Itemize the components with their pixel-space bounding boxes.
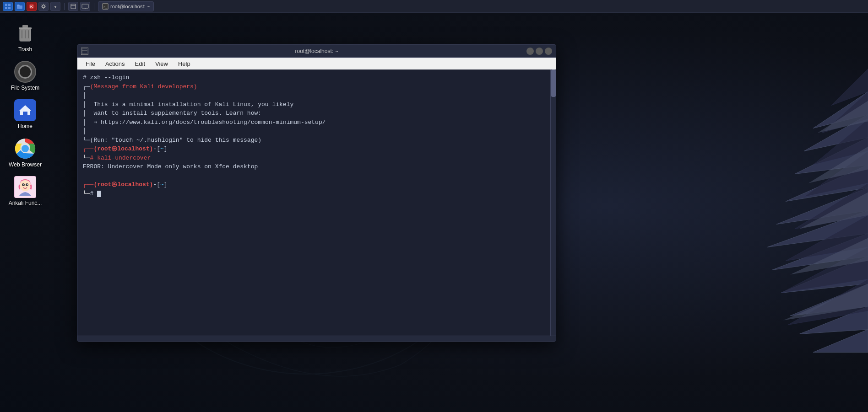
- svg-point-32: [23, 184, 24, 185]
- close-button[interactable]: [545, 48, 552, 55]
- terminal-body: # zsh --login ┌─(Message from Kali devel…: [77, 70, 556, 336]
- ankali-label: Ankali Func...: [9, 200, 42, 206]
- svg-text:K: K: [30, 5, 33, 9]
- home-icon-image: [14, 99, 36, 121]
- svg-rect-11: [71, 4, 76, 9]
- files-button[interactable]: [15, 2, 25, 11]
- svg-text:>_: >_: [103, 5, 108, 9]
- svg-point-31: [26, 183, 28, 186]
- svg-rect-5: [8, 7, 11, 9]
- webbrowser-label: Web Browser: [9, 161, 42, 168]
- terminal-bottom-scrollbar[interactable]: [77, 336, 556, 341]
- home-label: Home: [18, 123, 33, 129]
- menu-view[interactable]: View: [151, 59, 173, 69]
- filesystem-icon[interactable]: File System: [5, 59, 46, 93]
- svg-rect-34: [82, 48, 87, 54]
- terminal-menubar: File Actions Edit View Help: [77, 58, 556, 70]
- menu-actions[interactable]: Actions: [101, 59, 130, 69]
- menu-help[interactable]: Help: [174, 59, 195, 69]
- svg-point-33: [27, 184, 28, 185]
- svg-point-30: [22, 183, 25, 186]
- terminal-content[interactable]: # zsh --login ┌─(Message from Kali devel…: [77, 70, 550, 336]
- trash-icon[interactable]: Trash: [5, 21, 46, 54]
- svg-rect-13: [82, 4, 88, 8]
- home-icon[interactable]: Home: [5, 97, 46, 131]
- terminal-scrollbar[interactable]: [550, 70, 556, 336]
- maximize-button[interactable]: [536, 48, 543, 55]
- top-taskbar: K ▼ >_ root@localhost: ~: [0, 0, 868, 13]
- svg-rect-6: [17, 5, 22, 9]
- svg-point-29: [20, 180, 31, 191]
- trash-label: Trash: [18, 46, 32, 53]
- spikes-decoration: [639, 0, 868, 412]
- terminal-window: root@localhost: ~ File Actions Edit View…: [77, 44, 556, 342]
- webbrowser-icon[interactable]: Web Browser: [5, 136, 46, 170]
- kali-button[interactable]: K: [27, 2, 37, 11]
- ankali-icon[interactable]: Ankali Func...: [5, 174, 46, 208]
- monitor-button[interactable]: [80, 2, 90, 11]
- terminal-taskbar-icon: >_: [102, 3, 108, 10]
- filesystem-icon-image: [14, 61, 36, 83]
- filesystem-label: File System: [11, 85, 40, 91]
- svg-rect-22: [25, 30, 26, 38]
- taskbar-left-section: K ▼ >_ root@localhost: ~: [0, 1, 157, 11]
- svg-point-9: [42, 5, 45, 8]
- taskbar-separator-2: [94, 3, 94, 10]
- desktop: K ▼ >_ root@localhost: ~: [0, 0, 868, 412]
- terminal-title-text: root@localhost: ~: [295, 48, 338, 54]
- svg-rect-2: [5, 4, 7, 6]
- terminal-text: # zsh --login ┌─(Message from Kali devel…: [83, 73, 545, 198]
- dropdown-button[interactable]: ▼: [50, 2, 60, 11]
- svg-rect-3: [8, 4, 11, 6]
- window-controls: [526, 48, 552, 55]
- svg-rect-12: [71, 5, 76, 6]
- desktop-icons-container: Trash File System Home: [0, 16, 46, 213]
- trash-icon-image: [14, 22, 36, 44]
- minimize-button[interactable]: [526, 48, 534, 55]
- menu-file[interactable]: File: [81, 59, 100, 69]
- svg-rect-21: [22, 30, 22, 38]
- webbrowser-icon-image: [14, 138, 36, 160]
- terminal-titlebar: root@localhost: ~: [77, 45, 556, 58]
- svg-rect-23: [28, 30, 29, 38]
- svg-text:▼: ▼: [54, 5, 57, 9]
- svg-point-27: [22, 145, 29, 152]
- terminal-title-icon: [81, 48, 88, 55]
- svg-rect-24: [23, 112, 27, 115]
- app-menu-button[interactable]: [3, 2, 13, 11]
- svg-rect-20: [22, 25, 28, 27]
- terminal-taskbar-button[interactable]: >_ root@localhost: ~: [98, 1, 154, 11]
- menu-edit[interactable]: Edit: [130, 59, 150, 69]
- svg-rect-19: [19, 27, 32, 29]
- svg-rect-4: [5, 7, 7, 9]
- settings-button[interactable]: [38, 2, 49, 11]
- ankali-icon-image: [14, 176, 36, 198]
- window-small-icon[interactable]: [68, 2, 78, 11]
- terminal-taskbar-label: root@localhost: ~: [110, 4, 150, 9]
- scroll-thumb[interactable]: [551, 70, 556, 97]
- taskbar-separator: [64, 3, 65, 10]
